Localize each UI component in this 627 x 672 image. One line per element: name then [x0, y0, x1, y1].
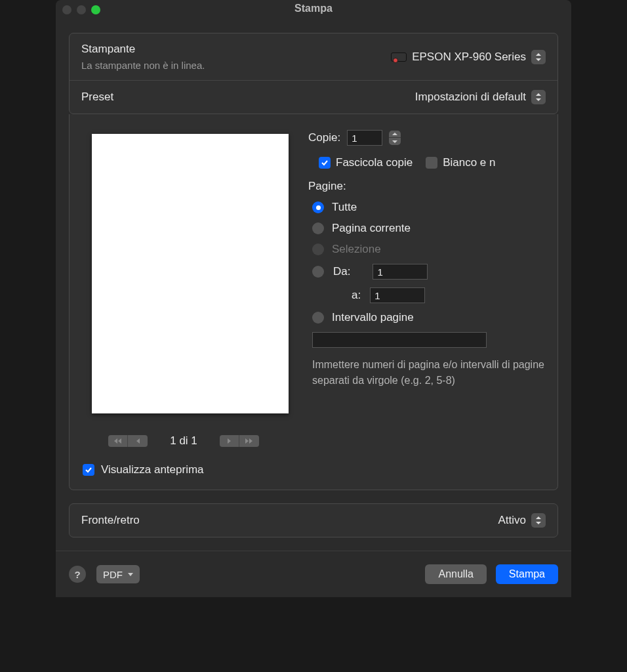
- copies-options-row: Fascicola copie Bianco e n: [319, 156, 548, 169]
- pages-selection-label: Selezione: [332, 243, 381, 256]
- footer-right: Annulla Stampa: [425, 564, 558, 584]
- page-counter: 1 di 1: [170, 434, 197, 448]
- pager-next-button[interactable]: [220, 435, 239, 447]
- pager-last-button[interactable]: [239, 435, 259, 447]
- preset-select[interactable]: Impostazioni di default: [415, 90, 546, 104]
- duplex-value: Attivo: [498, 514, 526, 527]
- printer-select[interactable]: EPSON XP-960 Series: [391, 50, 546, 64]
- duplex-row: Fronte/retro Attivo: [70, 504, 557, 537]
- chevron-up-down-icon: [531, 90, 546, 104]
- pages-range-radio[interactable]: [312, 312, 324, 324]
- pages-to-row: a:: [352, 287, 548, 303]
- copies-row: Copie:: [308, 130, 548, 146]
- chevron-down-icon: [128, 573, 133, 576]
- bw-label: Bianco e n: [443, 156, 495, 169]
- options-column: Copie: Fascicola copie Bianco e n: [308, 127, 548, 476]
- show-preview-checkbox[interactable]: [83, 464, 94, 476]
- pages-range-label: Intervallo pagine: [332, 311, 414, 324]
- printer-icon: [391, 52, 407, 62]
- chevron-up-down-icon: [531, 513, 546, 528]
- pages-all-label: Tutte: [332, 201, 357, 214]
- pages-all-radio[interactable]: [312, 201, 324, 213]
- printer-value: EPSON XP-960 Series: [412, 51, 526, 64]
- pages-to-label: a:: [352, 289, 361, 302]
- pages-range-input[interactable]: [312, 332, 487, 348]
- titlebar: Stampa: [56, 0, 571, 20]
- show-preview-label: Visualizza anteprima: [101, 463, 204, 476]
- cancel-button[interactable]: Annulla: [425, 564, 486, 584]
- printer-row: Stampante La stampante non è in linea. E…: [70, 33, 557, 80]
- pdf-label: PDF: [103, 569, 123, 580]
- pages-from-input[interactable]: [373, 264, 428, 280]
- pages-range-row: Intervallo pagine: [312, 311, 548, 324]
- copies-input[interactable]: [347, 130, 382, 146]
- printer-status: La stampante non è in linea.: [81, 60, 205, 71]
- show-preview-row: Visualizza anteprima: [83, 463, 204, 476]
- check-icon: [85, 466, 92, 474]
- pager-first-button[interactable]: [108, 435, 128, 447]
- pages-selection-row: Selezione: [312, 243, 548, 256]
- pages-label: Pagine:: [308, 180, 548, 193]
- preview-column: 1 di 1 Visualizza anteprima: [79, 127, 289, 476]
- pages-current-radio[interactable]: [312, 222, 324, 234]
- pages-to-input[interactable]: [370, 287, 425, 303]
- collate-option: Fascicola copie: [319, 156, 413, 169]
- printer-label: Stampante: [81, 43, 205, 56]
- copies-label: Copie:: [308, 131, 340, 144]
- stepper-up-icon: [389, 131, 401, 138]
- collate-checkbox[interactable]: [319, 157, 331, 169]
- pages-all-row: Tutte: [312, 201, 548, 214]
- help-button[interactable]: ?: [69, 566, 86, 583]
- pager-next-group: [220, 435, 259, 447]
- pages-selection-radio: [312, 243, 324, 255]
- preset-value: Impostazioni di default: [415, 91, 526, 104]
- pages-current-row: Pagina corrente: [312, 222, 548, 235]
- duplex-panel: Fronte/retro Attivo: [69, 503, 558, 537]
- print-button[interactable]: Stampa: [496, 564, 558, 584]
- pages-hint: Immettere numeri di pagina e/o intervall…: [312, 357, 548, 388]
- stepper-down-icon: [389, 138, 401, 145]
- main-options-panel: 1 di 1 Visualizza anteprima Copie:: [69, 114, 558, 490]
- collate-label: Fascicola copie: [336, 156, 413, 169]
- bw-option: Bianco e n: [426, 156, 495, 169]
- preview-pager: 1 di 1: [108, 434, 259, 448]
- footer-left: ? PDF: [69, 565, 140, 583]
- print-dialog: Stampa Stampante La stampante non è in l…: [56, 0, 571, 597]
- pages-from-radio[interactable]: [312, 266, 324, 278]
- pages-radio-group: Tutte Pagina corrente Selezione Da: a:: [312, 201, 548, 348]
- pages-from-label: Da:: [333, 265, 350, 278]
- preset-row: Preset Impostazioni di default: [70, 80, 557, 114]
- duplex-label: Fronte/retro: [81, 514, 140, 527]
- pages-range-input-row: [312, 332, 548, 348]
- chevron-up-down-icon: [531, 50, 546, 64]
- bw-checkbox[interactable]: [426, 157, 437, 169]
- footer: ? PDF Annulla Stampa: [56, 551, 571, 597]
- window-title: Stampa: [56, 3, 571, 14]
- pages-from-row: Da:: [312, 264, 548, 280]
- pdf-menu-button[interactable]: PDF: [96, 565, 140, 583]
- pages-current-label: Pagina corrente: [332, 222, 411, 235]
- page-preview: [92, 134, 289, 413]
- check-icon: [321, 159, 329, 167]
- duplex-select[interactable]: Attivo: [498, 513, 546, 528]
- printer-preset-panel: Stampante La stampante non è in linea. E…: [69, 33, 558, 114]
- pager-prev-button[interactable]: [128, 435, 148, 447]
- copies-stepper[interactable]: [389, 131, 401, 145]
- preset-label: Preset: [81, 91, 113, 104]
- pager-prev-group: [108, 435, 148, 447]
